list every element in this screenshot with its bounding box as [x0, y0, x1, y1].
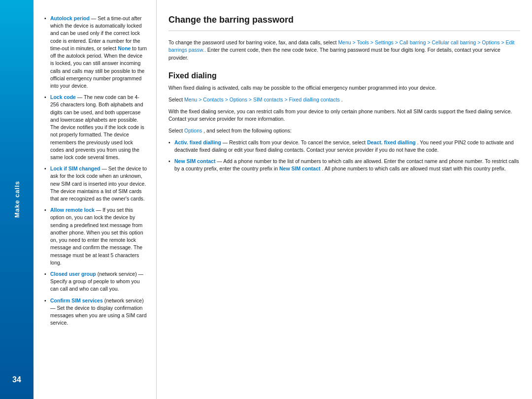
- fixed-contacts-link: Menu > Contacts > Options > SIM contacts…: [184, 97, 340, 102]
- fixed-para4: Select Options , and select from the fol…: [168, 127, 520, 135]
- fixed-para3: With the fixed dialing service, you can …: [168, 108, 520, 124]
- list-item-remotelock: Allow remote lock — If you set this opti…: [44, 206, 147, 266]
- fixed-select2-end: , and select from the following options:: [203, 128, 292, 133]
- section-divider-1: [168, 31, 520, 31]
- autolock-link: Autolock period: [50, 15, 90, 21]
- fixed-select1: Select: [168, 97, 184, 102]
- newsim-text2: . All phone numbers to which calls are a…: [322, 166, 506, 171]
- autolock-text2: to turn off the autolock period. When th…: [50, 45, 147, 89]
- fixed-text3: With the fixed dialing service, you can …: [168, 108, 512, 122]
- confirmsim-link: Confirm SIM services: [50, 298, 103, 303]
- barring-paragraph: To change the password used for barring …: [168, 39, 520, 62]
- remotelock-text: — If you set this option on, you can loc…: [50, 207, 143, 266]
- fixed-para1: When fixed dialing is activated, calls m…: [168, 84, 520, 92]
- barring-text1: To change the password used for barring …: [168, 39, 338, 45]
- fixed-para2: Select Menu > Contacts > Options > SIM c…: [168, 96, 520, 104]
- options-link: Options: [184, 128, 202, 133]
- left-column: Autolock period — Set a time-out after w…: [33, 0, 157, 399]
- list-item-activ: Activ. fixed dialling — Restrict calls f…: [168, 139, 520, 154]
- locksim-link: Lock if SIM changed: [50, 166, 100, 171]
- newsim-link: New SIM contact: [174, 158, 215, 164]
- sidebar: Make calls 34: [0, 0, 33, 399]
- fixed-dialing-list: Activ. fixed dialling — Restrict calls f…: [168, 139, 520, 173]
- fixed-select2: Select: [168, 128, 184, 133]
- newsim-link2: New SIM contact: [279, 166, 320, 171]
- barring-title: Change the barring password: [168, 15, 520, 26]
- deact-link: Deact. fixed dialling: [367, 139, 416, 145]
- list-item-newsim: New SIM contact — Add a phone number to …: [168, 158, 520, 172]
- list-item-confirmsim: Confirm SIM services (network service) —…: [44, 297, 147, 327]
- left-bullet-list: Autolock period — Set a time-out after w…: [44, 15, 147, 327]
- fixed-select1-end: .: [341, 97, 343, 102]
- list-item-closeduser: Closed user group (network service) — Sp…: [44, 270, 147, 293]
- right-column: Change the barring password To change th…: [157, 0, 532, 399]
- page-number: 34: [12, 375, 21, 384]
- sidebar-label: Make calls: [13, 181, 21, 218]
- lockcode-link: Lock code: [50, 94, 76, 100]
- remotelock-link: Allow remote lock: [50, 207, 95, 213]
- list-item-autolock: Autolock period — Set a time-out after w…: [44, 15, 147, 90]
- closeduser-link: Closed user group: [50, 271, 96, 277]
- none-link: None: [118, 45, 131, 51]
- fixed-text1: When fixed dialing is activated, calls m…: [168, 85, 436, 91]
- main-content: Autolock period — Set a time-out after w…: [33, 0, 532, 399]
- activ-link: Activ. fixed dialling: [174, 139, 221, 145]
- barring-text2: Enter the current code, then the new cod…: [168, 47, 500, 61]
- list-item-lockcode: Lock code — The new code can be 4-256 ch…: [44, 94, 147, 161]
- activ-text1: — Restrict calls from your device. To ca…: [223, 139, 367, 145]
- fixed-dialing-title: Fixed dialing: [168, 71, 520, 80]
- list-item-locksim: Lock if SIM changed — Set the device to …: [44, 165, 147, 202]
- lockcode-text: — The new code can be 4-256 characters l…: [50, 94, 144, 160]
